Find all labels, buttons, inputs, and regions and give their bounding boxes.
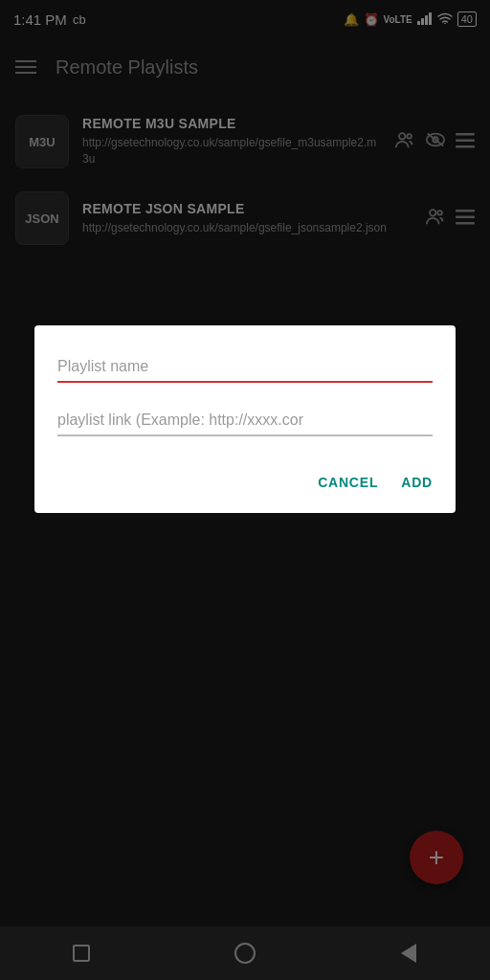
cancel-button[interactable]: CANCEL	[318, 467, 378, 498]
add-playlist-dialog: CANCEL ADD	[34, 325, 456, 513]
dialog-overlay: CANCEL ADD	[0, 0, 490, 980]
add-button[interactable]: ADD	[401, 467, 433, 498]
name-field-container	[57, 352, 433, 383]
playlist-link-input[interactable]	[57, 406, 433, 436]
playlist-name-input[interactable]	[57, 352, 433, 383]
link-field-container	[57, 406, 433, 436]
dialog-actions: CANCEL ADD	[57, 459, 433, 498]
